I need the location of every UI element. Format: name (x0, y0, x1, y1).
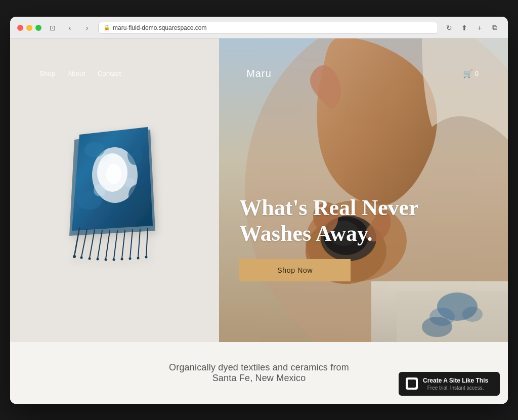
nav-contact-link[interactable]: Contact (98, 70, 121, 77)
hero-text-area: What's Real Never Washes Away. Shop Now (219, 195, 508, 281)
back-button[interactable]: ‹ (64, 22, 76, 34)
svg-point-6 (127, 145, 143, 165)
svg-point-22 (73, 255, 76, 258)
sidebar-toggle-button[interactable]: ⊡ (47, 22, 59, 34)
lock-icon: 🔒 (104, 25, 110, 30)
svg-point-31 (145, 256, 147, 258)
nav-shop-link[interactable]: Shop (39, 70, 55, 77)
svg-point-11 (101, 153, 109, 161)
svg-point-28 (120, 258, 123, 260)
squarespace-badge-text: Create A Site Like This Free trial. Inst… (423, 377, 488, 391)
svg-point-30 (137, 257, 139, 259)
nav-about-link[interactable]: About (67, 70, 85, 77)
new-tab-button[interactable]: + (473, 22, 486, 34)
site-header: Shop About Contact Maru 🛒 0 (19, 60, 499, 88)
minimize-button[interactable] (26, 25, 32, 31)
svg-point-44 (422, 317, 452, 337)
svg-point-9 (94, 184, 106, 196)
svg-point-24 (88, 257, 91, 260)
site-logo[interactable]: Maru (246, 68, 272, 79)
squarespace-badge-title: Create A Site Like This (423, 377, 488, 384)
browser-window: ⊡ ‹ › 🔒 maru-fluid-demo.squarespace.com … (10, 17, 508, 404)
browser-chrome: ⊡ ‹ › 🔒 maru-fluid-demo.squarespace.com … (10, 17, 508, 38)
svg-line-18 (122, 230, 125, 259)
forward-button[interactable]: › (81, 22, 93, 34)
below-hero-section: Organically dyed textiles and ceramics f… (10, 342, 508, 404)
website-content: Shop About Contact Maru 🛒 0 (10, 38, 508, 404)
product-image-container (29, 94, 201, 286)
svg-point-26 (104, 258, 107, 261)
cart-icon: 🛒 (463, 69, 473, 78)
windows-button[interactable]: ⧉ (489, 22, 501, 34)
svg-point-10 (125, 178, 135, 188)
shop-now-button[interactable]: Shop Now (239, 259, 351, 281)
squarespace-badge[interactable]: Create A Site Like This Free trial. Inst… (399, 372, 500, 396)
svg-point-25 (96, 258, 99, 260)
refresh-button[interactable]: ↻ (443, 22, 455, 34)
cart-button[interactable]: 🛒 0 (463, 69, 479, 78)
svg-line-21 (146, 228, 148, 257)
product-scarf-image (59, 109, 170, 271)
squarespace-badge-subtitle: Free trial. Instant access. (423, 385, 488, 391)
svg-line-15 (98, 230, 102, 259)
share-button[interactable]: ⬆ (458, 22, 470, 34)
cart-count: 0 (475, 70, 479, 77)
address-bar[interactable]: 🔒 maru-fluid-demo.squarespace.com (98, 22, 438, 34)
url-text: maru-fluid-demo.squarespace.com (113, 24, 206, 31)
close-button[interactable] (17, 25, 23, 31)
svg-line-19 (130, 230, 133, 258)
svg-line-20 (138, 229, 140, 258)
svg-point-27 (112, 258, 115, 261)
nav-left: Shop About Contact (39, 70, 121, 77)
maximize-button[interactable] (35, 25, 41, 31)
svg-line-16 (106, 231, 110, 259)
svg-point-23 (80, 256, 82, 259)
traffic-lights (17, 25, 41, 31)
svg-point-4 (106, 164, 121, 184)
svg-point-43 (462, 307, 483, 322)
svg-line-17 (114, 231, 117, 259)
squarespace-logo-icon (406, 377, 418, 390)
browser-right-controls: ↻ ⬆ + ⧉ (443, 22, 501, 34)
hero-headline: What's Real Never Washes Away. (239, 195, 418, 246)
svg-point-29 (128, 257, 131, 260)
